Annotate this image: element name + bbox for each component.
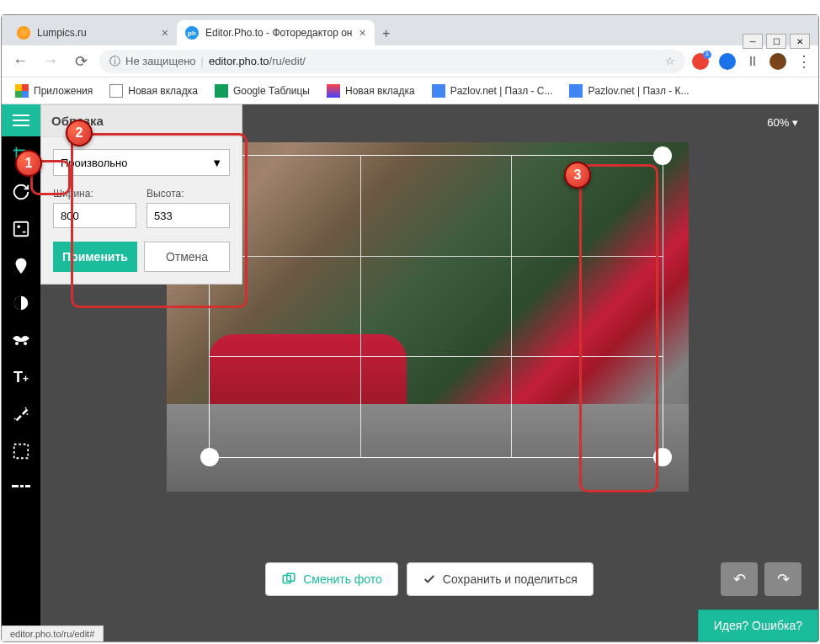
- marker-1: 1: [15, 150, 42, 177]
- svg-point-2: [15, 342, 19, 345]
- chevron-down-icon: ▾: [792, 116, 798, 129]
- sticker-tool[interactable]: [2, 322, 40, 359]
- avatar[interactable]: [769, 53, 786, 70]
- puzzle-icon: [432, 84, 445, 98]
- back-button[interactable]: ←: [8, 50, 32, 73]
- undo-button[interactable]: ↶: [721, 562, 758, 596]
- grid-line: [210, 256, 663, 257]
- grid-line: [210, 356, 663, 357]
- url-path: /ru/edit/: [269, 55, 306, 67]
- bookmark-label: Приложения: [34, 85, 93, 97]
- info-icon: ⓘ: [109, 54, 120, 69]
- menu-button[interactable]: [2, 104, 40, 136]
- frame-tool[interactable]: [2, 433, 40, 470]
- effects-tool[interactable]: [2, 396, 40, 433]
- bookmark-label: Новая вкладка: [345, 85, 415, 97]
- browser-tab-editor[interactable]: ph Editor.Pho.to - Фоторедактор он ×: [177, 20, 375, 45]
- svg-rect-7: [14, 444, 29, 459]
- more-tool[interactable]: [2, 470, 40, 507]
- minimize-button[interactable]: ─: [743, 34, 763, 49]
- crop-overlay[interactable]: [209, 155, 663, 458]
- favicon-pho-icon: ph: [185, 26, 199, 40]
- text-tool[interactable]: T+: [2, 359, 40, 396]
- window-controls: ─ ☐ ✕: [743, 34, 810, 49]
- apply-button[interactable]: Применить: [53, 242, 137, 272]
- crop-mode-dropdown[interactable]: Произвольно ▼: [53, 149, 230, 176]
- bookmarks-bar: Приложения Новая вкладка Google Таблицы …: [2, 77, 818, 104]
- marker-3: 3: [564, 162, 591, 189]
- url-input[interactable]: ⓘ Не защищено | editor.pho.to/ru/edit/ ☆: [99, 50, 685, 73]
- height-input[interactable]: [146, 203, 230, 228]
- star-icon[interactable]: ☆: [665, 55, 675, 67]
- address-bar: ← → ⟳ ⓘ Не защищено | editor.pho.to/ru/e…: [2, 45, 818, 77]
- colors-tool[interactable]: [2, 247, 40, 285]
- chevron-down-icon: ▼: [211, 157, 222, 169]
- apps-button[interactable]: Приложения: [8, 81, 99, 101]
- maximize-button[interactable]: ☐: [766, 34, 786, 49]
- svg-point-3: [24, 342, 27, 345]
- tab-title: Lumpics.ru: [37, 27, 87, 39]
- bookmark-label: Pazlov.net | Пазл - С...: [450, 85, 553, 97]
- button-label: Сохранить и поделиться: [443, 572, 578, 586]
- width-label: Ширина:: [53, 188, 136, 200]
- sheets-icon: [215, 84, 228, 98]
- editor-app: T+ Обрезка Произвольно ▼ Ширина: Высот: [2, 104, 818, 641]
- close-tab-icon[interactable]: ×: [162, 26, 168, 40]
- new-tab-button[interactable]: +: [375, 22, 398, 45]
- puzzle-icon: [569, 84, 583, 98]
- sharpen-tool[interactable]: [2, 285, 40, 322]
- bookmark-item[interactable]: Новая вкладка: [103, 81, 205, 101]
- bookmark-item[interactable]: Новая вкладка: [320, 81, 422, 101]
- zoom-dropdown[interactable]: 60% ▾: [767, 116, 798, 129]
- check-icon: [423, 572, 436, 586]
- extension-icons: 1 ⏸ ⋮: [692, 52, 812, 71]
- svg-rect-0: [14, 222, 29, 237]
- swap-icon: [281, 572, 296, 587]
- marker-2: 2: [66, 120, 93, 146]
- svg-rect-10: [25, 485, 30, 487]
- ext-pause-icon[interactable]: ⏸: [746, 54, 759, 69]
- crop-handle-tr[interactable]: [653, 146, 672, 165]
- bookmark-label: Pazlov.net | Пазл - К...: [588, 85, 689, 97]
- exposure-tool[interactable]: [2, 210, 40, 247]
- cancel-button[interactable]: Отмена: [144, 242, 230, 272]
- apps-grid-icon: [15, 84, 29, 98]
- svg-rect-9: [20, 485, 24, 487]
- browser-tab-lumpics[interactable]: Lumpics.ru ×: [8, 20, 177, 45]
- height-label: Высота:: [146, 188, 230, 200]
- close-window-button[interactable]: ✕: [790, 34, 810, 49]
- status-bar: editor.pho.to/ru/edit#: [2, 625, 104, 641]
- ext-opera-icon[interactable]: 1: [692, 53, 709, 70]
- url-host: editor.pho.to: [209, 55, 269, 67]
- close-tab-icon[interactable]: ×: [359, 26, 365, 40]
- page-color-icon: [327, 84, 340, 98]
- feedback-button[interactable]: Идея? Ошибка?: [698, 609, 818, 641]
- photo-container: [167, 142, 689, 492]
- tab-title: Editor.Pho.to - Фоторедактор он: [205, 27, 352, 39]
- ext-more-icon[interactable]: ⋮: [796, 52, 812, 71]
- bookmark-label: Google Таблицы: [233, 85, 310, 97]
- bookmark-label: Новая вкладка: [128, 85, 198, 97]
- forward-button[interactable]: →: [39, 50, 62, 73]
- svg-point-4: [25, 407, 27, 409]
- rotate-tool[interactable]: [2, 173, 40, 210]
- change-photo-button[interactable]: Сменить фото: [265, 562, 398, 596]
- bookmark-item[interactable]: Google Таблицы: [208, 81, 317, 101]
- reload-button[interactable]: ⟳: [69, 50, 93, 73]
- crop-handle-br[interactable]: [653, 448, 672, 466]
- svg-rect-8: [12, 485, 19, 487]
- redo-button[interactable]: ↷: [764, 562, 801, 596]
- security-label: Не защищено: [125, 55, 196, 67]
- browser-window: ─ ☐ ✕ Lumpics.ru × ph Editor.Pho.to - Фо…: [1, 14, 819, 642]
- bookmark-item[interactable]: Pazlov.net | Пазл - К...: [562, 81, 695, 101]
- svg-point-6: [26, 413, 28, 415]
- bookmark-item[interactable]: Pazlov.net | Пазл - С...: [425, 81, 560, 101]
- page-icon: [109, 84, 123, 98]
- left-toolbar: T+: [2, 104, 40, 641]
- width-input[interactable]: [53, 203, 136, 228]
- favicon-orange-icon: [17, 26, 30, 40]
- ext-globe-icon[interactable]: [719, 53, 736, 70]
- save-share-button[interactable]: Сохранить и поделиться: [407, 562, 594, 596]
- crop-handle-bl[interactable]: [200, 448, 219, 466]
- zoom-value: 60%: [767, 116, 789, 129]
